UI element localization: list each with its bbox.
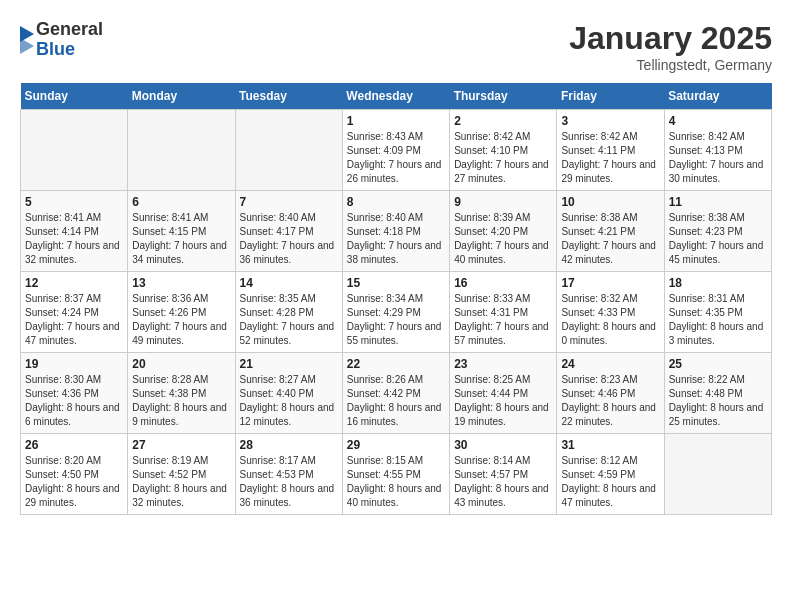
calendar-cell	[21, 110, 128, 191]
day-info: Sunrise: 8:39 AM Sunset: 4:20 PM Dayligh…	[454, 211, 552, 267]
day-number: 9	[454, 195, 552, 209]
calendar-cell: 27Sunrise: 8:19 AM Sunset: 4:52 PM Dayli…	[128, 434, 235, 515]
calendar-cell: 17Sunrise: 8:32 AM Sunset: 4:33 PM Dayli…	[557, 272, 664, 353]
day-number: 5	[25, 195, 123, 209]
weekday-header: Sunday	[21, 83, 128, 110]
calendar-cell: 20Sunrise: 8:28 AM Sunset: 4:38 PM Dayli…	[128, 353, 235, 434]
day-number: 27	[132, 438, 230, 452]
logo-text: General Blue	[36, 20, 103, 60]
day-info: Sunrise: 8:42 AM Sunset: 4:11 PM Dayligh…	[561, 130, 659, 186]
day-info: Sunrise: 8:40 AM Sunset: 4:17 PM Dayligh…	[240, 211, 338, 267]
day-info: Sunrise: 8:38 AM Sunset: 4:21 PM Dayligh…	[561, 211, 659, 267]
calendar-header-row: SundayMondayTuesdayWednesdayThursdayFrid…	[21, 83, 772, 110]
day-number: 22	[347, 357, 445, 371]
calendar-cell: 1Sunrise: 8:43 AM Sunset: 4:09 PM Daylig…	[342, 110, 449, 191]
calendar-cell: 29Sunrise: 8:15 AM Sunset: 4:55 PM Dayli…	[342, 434, 449, 515]
calendar-cell: 5Sunrise: 8:41 AM Sunset: 4:14 PM Daylig…	[21, 191, 128, 272]
day-info: Sunrise: 8:41 AM Sunset: 4:15 PM Dayligh…	[132, 211, 230, 267]
day-info: Sunrise: 8:42 AM Sunset: 4:13 PM Dayligh…	[669, 130, 767, 186]
day-number: 26	[25, 438, 123, 452]
location: Tellingstedt, Germany	[569, 57, 772, 73]
day-number: 12	[25, 276, 123, 290]
calendar-cell: 23Sunrise: 8:25 AM Sunset: 4:44 PM Dayli…	[450, 353, 557, 434]
calendar-cell: 7Sunrise: 8:40 AM Sunset: 4:17 PM Daylig…	[235, 191, 342, 272]
calendar-cell: 18Sunrise: 8:31 AM Sunset: 4:35 PM Dayli…	[664, 272, 771, 353]
day-info: Sunrise: 8:28 AM Sunset: 4:38 PM Dayligh…	[132, 373, 230, 429]
day-info: Sunrise: 8:17 AM Sunset: 4:53 PM Dayligh…	[240, 454, 338, 510]
calendar-cell: 4Sunrise: 8:42 AM Sunset: 4:13 PM Daylig…	[664, 110, 771, 191]
calendar-cell: 19Sunrise: 8:30 AM Sunset: 4:36 PM Dayli…	[21, 353, 128, 434]
day-number: 20	[132, 357, 230, 371]
calendar-cell	[664, 434, 771, 515]
day-info: Sunrise: 8:31 AM Sunset: 4:35 PM Dayligh…	[669, 292, 767, 348]
day-info: Sunrise: 8:15 AM Sunset: 4:55 PM Dayligh…	[347, 454, 445, 510]
day-info: Sunrise: 8:27 AM Sunset: 4:40 PM Dayligh…	[240, 373, 338, 429]
day-info: Sunrise: 8:26 AM Sunset: 4:42 PM Dayligh…	[347, 373, 445, 429]
calendar-cell: 9Sunrise: 8:39 AM Sunset: 4:20 PM Daylig…	[450, 191, 557, 272]
calendar-cell: 15Sunrise: 8:34 AM Sunset: 4:29 PM Dayli…	[342, 272, 449, 353]
calendar-cell	[128, 110, 235, 191]
day-info: Sunrise: 8:14 AM Sunset: 4:57 PM Dayligh…	[454, 454, 552, 510]
logo-general: General	[36, 20, 103, 40]
calendar-cell: 26Sunrise: 8:20 AM Sunset: 4:50 PM Dayli…	[21, 434, 128, 515]
day-info: Sunrise: 8:40 AM Sunset: 4:18 PM Dayligh…	[347, 211, 445, 267]
day-info: Sunrise: 8:22 AM Sunset: 4:48 PM Dayligh…	[669, 373, 767, 429]
calendar-cell: 8Sunrise: 8:40 AM Sunset: 4:18 PM Daylig…	[342, 191, 449, 272]
calendar-cell: 24Sunrise: 8:23 AM Sunset: 4:46 PM Dayli…	[557, 353, 664, 434]
weekday-header: Saturday	[664, 83, 771, 110]
day-info: Sunrise: 8:38 AM Sunset: 4:23 PM Dayligh…	[669, 211, 767, 267]
weekday-header: Thursday	[450, 83, 557, 110]
logo: General Blue	[20, 20, 103, 60]
weekday-header: Monday	[128, 83, 235, 110]
weekday-header: Tuesday	[235, 83, 342, 110]
day-info: Sunrise: 8:36 AM Sunset: 4:26 PM Dayligh…	[132, 292, 230, 348]
page-header: General Blue January 2025 Tellingstedt, …	[20, 20, 772, 73]
calendar-cell: 22Sunrise: 8:26 AM Sunset: 4:42 PM Dayli…	[342, 353, 449, 434]
calendar-cell: 3Sunrise: 8:42 AM Sunset: 4:11 PM Daylig…	[557, 110, 664, 191]
day-number: 29	[347, 438, 445, 452]
day-number: 28	[240, 438, 338, 452]
day-info: Sunrise: 8:33 AM Sunset: 4:31 PM Dayligh…	[454, 292, 552, 348]
day-info: Sunrise: 8:32 AM Sunset: 4:33 PM Dayligh…	[561, 292, 659, 348]
day-number: 7	[240, 195, 338, 209]
day-number: 13	[132, 276, 230, 290]
calendar-cell: 16Sunrise: 8:33 AM Sunset: 4:31 PM Dayli…	[450, 272, 557, 353]
day-number: 11	[669, 195, 767, 209]
calendar-week-row: 12Sunrise: 8:37 AM Sunset: 4:24 PM Dayli…	[21, 272, 772, 353]
calendar-week-row: 5Sunrise: 8:41 AM Sunset: 4:14 PM Daylig…	[21, 191, 772, 272]
calendar-week-row: 1Sunrise: 8:43 AM Sunset: 4:09 PM Daylig…	[21, 110, 772, 191]
svg-marker-1	[20, 38, 34, 54]
day-info: Sunrise: 8:37 AM Sunset: 4:24 PM Dayligh…	[25, 292, 123, 348]
day-number: 25	[669, 357, 767, 371]
day-info: Sunrise: 8:42 AM Sunset: 4:10 PM Dayligh…	[454, 130, 552, 186]
day-number: 1	[347, 114, 445, 128]
calendar-cell: 12Sunrise: 8:37 AM Sunset: 4:24 PM Dayli…	[21, 272, 128, 353]
day-number: 24	[561, 357, 659, 371]
calendar-cell: 11Sunrise: 8:38 AM Sunset: 4:23 PM Dayli…	[664, 191, 771, 272]
calendar-cell: 10Sunrise: 8:38 AM Sunset: 4:21 PM Dayli…	[557, 191, 664, 272]
day-info: Sunrise: 8:30 AM Sunset: 4:36 PM Dayligh…	[25, 373, 123, 429]
calendar-cell: 28Sunrise: 8:17 AM Sunset: 4:53 PM Dayli…	[235, 434, 342, 515]
calendar-week-row: 19Sunrise: 8:30 AM Sunset: 4:36 PM Dayli…	[21, 353, 772, 434]
day-info: Sunrise: 8:43 AM Sunset: 4:09 PM Dayligh…	[347, 130, 445, 186]
day-number: 14	[240, 276, 338, 290]
calendar-cell	[235, 110, 342, 191]
calendar-cell: 21Sunrise: 8:27 AM Sunset: 4:40 PM Dayli…	[235, 353, 342, 434]
day-info: Sunrise: 8:25 AM Sunset: 4:44 PM Dayligh…	[454, 373, 552, 429]
day-number: 19	[25, 357, 123, 371]
day-info: Sunrise: 8:41 AM Sunset: 4:14 PM Dayligh…	[25, 211, 123, 267]
weekday-header: Friday	[557, 83, 664, 110]
calendar-cell: 13Sunrise: 8:36 AM Sunset: 4:26 PM Dayli…	[128, 272, 235, 353]
logo-blue: Blue	[36, 40, 103, 60]
day-number: 15	[347, 276, 445, 290]
day-number: 6	[132, 195, 230, 209]
day-number: 16	[454, 276, 552, 290]
day-number: 4	[669, 114, 767, 128]
calendar-cell: 6Sunrise: 8:41 AM Sunset: 4:15 PM Daylig…	[128, 191, 235, 272]
day-number: 18	[669, 276, 767, 290]
day-info: Sunrise: 8:35 AM Sunset: 4:28 PM Dayligh…	[240, 292, 338, 348]
day-info: Sunrise: 8:23 AM Sunset: 4:46 PM Dayligh…	[561, 373, 659, 429]
title-section: January 2025 Tellingstedt, Germany	[569, 20, 772, 73]
day-number: 23	[454, 357, 552, 371]
day-number: 2	[454, 114, 552, 128]
